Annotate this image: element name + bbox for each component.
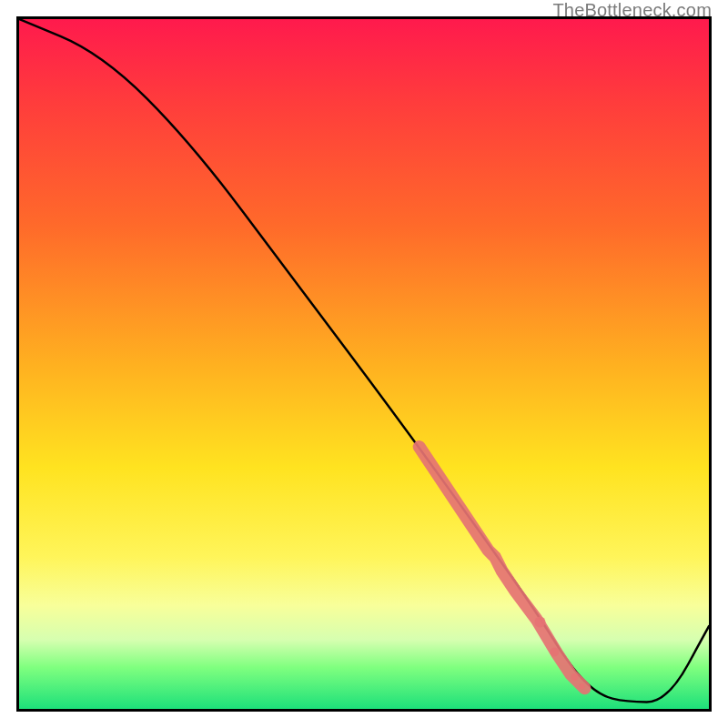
highlight-stroke — [420, 447, 585, 688]
chart-svg — [19, 19, 709, 709]
highlight-dot — [535, 616, 546, 627]
highlight-dot — [550, 647, 559, 656]
highlight-points-group — [420, 447, 585, 689]
line-series-group — [19, 19, 709, 702]
highlight-dot — [571, 673, 578, 681]
chart-container: TheBottleneck.com — [0, 0, 728, 728]
plot-area — [16, 16, 712, 712]
highlight-dot — [580, 683, 585, 689]
bottleneck-curve-line — [19, 19, 709, 702]
